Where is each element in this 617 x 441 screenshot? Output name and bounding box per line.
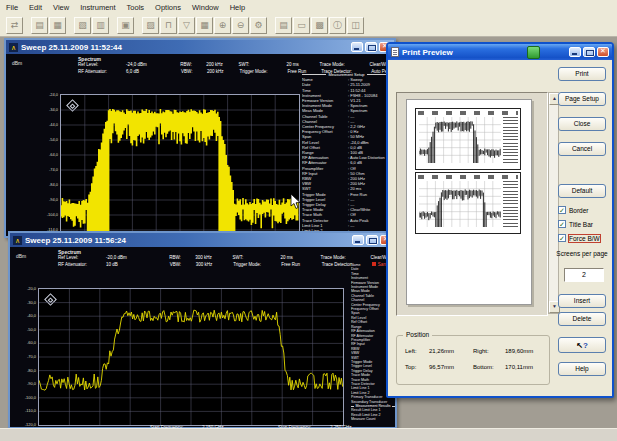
y-axis-label: -80,0 (18, 368, 36, 373)
minimize-icon[interactable] (352, 235, 364, 245)
marker-icon[interactable]: ▽ (178, 17, 195, 34)
screens-per-page-label: Screens per page (556, 250, 608, 258)
delete-button[interactable]: Delete (558, 312, 606, 326)
header-label: SWT: (238, 62, 284, 68)
right-value: 189,60mm (505, 348, 545, 354)
position-row-1: Left: 21,26mm Right: 189,60mm (405, 348, 545, 354)
default-button[interactable]: Default (558, 184, 606, 198)
menu-tools[interactable]: Tools (127, 3, 145, 12)
cancel-button[interactable]: Cancel (558, 142, 606, 156)
print-preview-dialog[interactable]: Print Preview ▲ ▼ (386, 42, 614, 398)
print-icon[interactable]: ▧ (74, 17, 91, 34)
window1-titlebar[interactable]: ∧ Sweep 25.11.2009 11:52:44 (6, 40, 394, 54)
y-axis-label: -64,0 (40, 152, 58, 157)
header-label: Trigger Mode: (240, 69, 286, 75)
menu-file[interactable]: File (6, 3, 18, 12)
help-button[interactable]: Help (558, 362, 606, 376)
print-preview-icon[interactable]: ▥ (92, 17, 109, 34)
title-bar-checkbox[interactable]: ✓ Title Bar (558, 220, 593, 228)
force-bw-checkbox[interactable]: ✓ Force B/W (558, 234, 600, 242)
sweep-icon: ∧ (13, 236, 22, 245)
window2-titlebar[interactable]: ∧ Sweep 25.11.2009 11:56:24 (10, 233, 395, 247)
top-value: 96,57mm (429, 364, 473, 370)
sweep-window-1[interactable]: ∧ Sweep 25.11.2009 11:52:44 dBm Spectrum… (4, 38, 396, 238)
menu-help[interactable]: Help (230, 3, 245, 12)
minimize-icon[interactable] (569, 47, 581, 57)
border-checkbox[interactable]: ✓ Border (558, 206, 589, 214)
maximize-icon[interactable] (366, 235, 378, 245)
header-pair: Trace Mode:Clear/Write (320, 62, 392, 68)
window1-spectrum-display (60, 94, 300, 246)
checkbox-icon[interactable]: ✓ (558, 220, 566, 228)
row-label: Measure Count (351, 417, 395, 421)
window2-body: dBm Spectrum Ref Level:-20,0 dBmRBW:300 … (10, 247, 395, 427)
y-axis-label: -70,0 (18, 354, 36, 359)
y-axis-label: -34,0 (40, 107, 58, 112)
force-bw-checkbox-label: Force B/W (569, 235, 600, 242)
save-icon[interactable]: ▦ (49, 17, 66, 34)
screenshot-icon[interactable]: ▨ (142, 17, 159, 34)
zoom-out-icon[interactable]: ⊖ (232, 17, 249, 34)
menu-options[interactable]: Options (155, 3, 181, 12)
border-checkbox-label: Border (569, 207, 589, 214)
maximize-icon[interactable] (583, 47, 595, 57)
bottom-label: Bottom: (473, 364, 505, 370)
dialog-titlebar[interactable]: Print Preview (388, 44, 612, 60)
context-help-button[interactable]: ↖? (558, 337, 606, 353)
copy-icon[interactable]: ▣ (117, 17, 134, 34)
preview-screen-2 (415, 172, 521, 234)
device-icon[interactable]: ▭ (293, 17, 310, 34)
print-button[interactable]: Print (558, 67, 606, 81)
close-button[interactable]: Close (558, 117, 606, 131)
menu-bar: FileEditViewInstrumentToolsOptionsWindow… (0, 0, 617, 14)
header-value: -20,0 dBm (106, 255, 127, 261)
dialog-green-icon (527, 46, 540, 59)
right-label: Right: (473, 348, 505, 354)
sweep-icon: ∧ (9, 43, 18, 52)
y-axis-label: -94,0 (40, 197, 58, 202)
header-pair: RBW:300 kHz (169, 255, 232, 261)
trace-icon[interactable]: ⊓ (160, 17, 177, 34)
header-pair: VBW:200 kHz (181, 69, 240, 75)
header-pair: Ref Level:-24,0 dBm (78, 62, 180, 68)
dataset-icon[interactable]: ▩ (311, 17, 328, 34)
header-label: Ref Level: (58, 255, 104, 261)
y-axis-label: -74,0 (40, 167, 58, 172)
window2-spectrum-display (38, 288, 344, 426)
minimize-icon[interactable] (351, 42, 363, 52)
header-value: 200 kHz (207, 69, 224, 75)
checkbox-icon[interactable]: ✓ (558, 206, 566, 214)
window2-title: Sweep 25.11.2009 11:56:24 (25, 236, 349, 245)
grid-icon[interactable]: ▦ (196, 17, 213, 34)
header-value: -24,0 dBm (126, 62, 147, 68)
status-strip (0, 428, 617, 441)
y-axis-label: -104,0 (40, 212, 58, 217)
header-label: VBW: (170, 262, 194, 268)
position-group: Position Left: 21,26mm Right: 189,60mm T… (396, 335, 550, 385)
header-pair: Trigger Mode:Free Run (233, 262, 322, 268)
open-icon[interactable]: ▤ (31, 17, 48, 34)
report-icon[interactable]: ▤ (275, 17, 292, 34)
header-label: Trigger Mode: (233, 262, 279, 268)
header-label: RBW: (169, 255, 193, 261)
sweep-window-2[interactable]: ∧ Sweep 25.11.2009 11:56:24 dBm Spectrum… (8, 231, 397, 429)
page-setup-button[interactable]: Page Setup (558, 92, 606, 106)
zoom-in-icon[interactable]: ⊕ (214, 17, 231, 34)
menu-edit[interactable]: Edit (29, 3, 42, 12)
menu-window[interactable]: Window (192, 3, 219, 12)
menu-view[interactable]: View (53, 3, 69, 12)
menu-instrument[interactable]: Instrument (80, 3, 115, 12)
window2-header-row2: RF Attenuator:10 dBVBW:300 kHzTrigger Mo… (58, 262, 393, 268)
maximize-icon[interactable] (365, 42, 377, 52)
dialog-title: Print Preview (402, 48, 524, 57)
layout-icon[interactable]: ◫ (347, 17, 364, 34)
insert-button[interactable]: Insert (558, 294, 606, 308)
info-icon[interactable]: ⓘ (329, 17, 346, 34)
settings-icon[interactable]: ⚙ (250, 17, 267, 34)
close-icon[interactable] (597, 47, 609, 57)
print-preview-icon (391, 47, 399, 57)
screens-per-page-field[interactable]: 2 (564, 268, 604, 282)
header-value: 300 kHz (195, 255, 212, 261)
checkbox-icon[interactable]: ✓ (558, 234, 566, 242)
connect-icon[interactable]: ⇄ (6, 17, 23, 34)
